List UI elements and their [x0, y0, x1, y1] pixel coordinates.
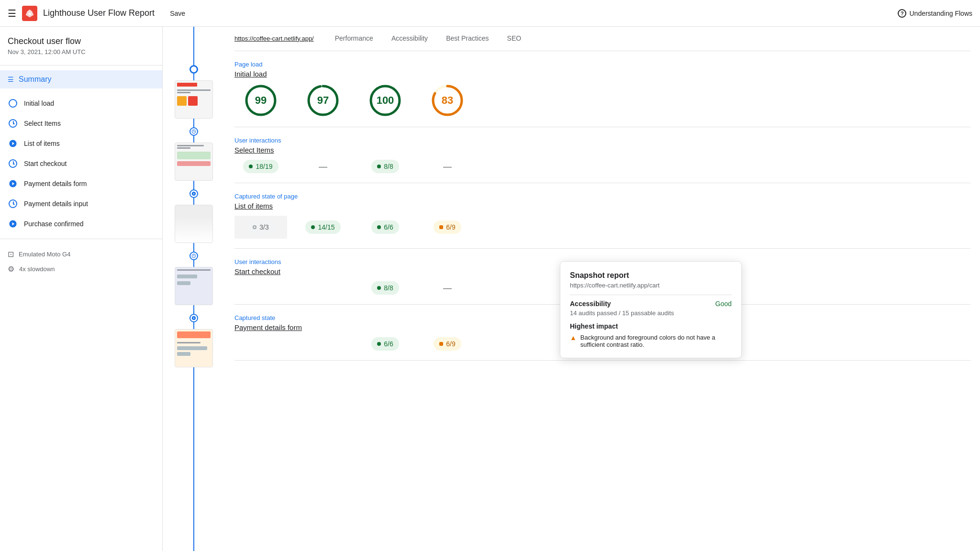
clock-icon: [8, 198, 18, 209]
badge-8-8: 8/8: [371, 160, 399, 173]
menu-icon[interactable]: ☰: [8, 8, 16, 19]
tooltip-impact-title: Highest impact: [570, 322, 732, 330]
badge-6-9: 6/9: [434, 220, 461, 234]
score-row-3: 3/3 14/15 6/6: [234, 216, 970, 239]
tooltip-popup: Snapshot report https://coffee-cart.netl…: [560, 261, 742, 358]
timeline-dot-snap-5: [189, 314, 198, 322]
help-button[interactable]: ? Understanding Flows: [898, 9, 972, 18]
nav-label: Payment details input: [24, 200, 88, 208]
section-name-label[interactable]: Initial load: [234, 70, 970, 78]
badge-6-6-b: 6/6: [371, 337, 399, 351]
nav-label: Payment details form: [24, 180, 87, 187]
badge-value: 14/15: [318, 223, 334, 231]
device-item: ⊡ Emulated Moto G4: [8, 247, 155, 262]
sidebar-item-start-checkout[interactable]: Start checkout: [0, 154, 162, 174]
thumbnail-1[interactable]: [175, 80, 213, 119]
sidebar-header: Checkout user flow Nov 3, 2021, 12:00 AM…: [0, 27, 162, 60]
tab-accessibility[interactable]: Accessibility: [390, 27, 430, 51]
flow-date: Nov 3, 2021, 12:00 AM UTC: [8, 48, 155, 55]
score-col-2: —: [297, 162, 349, 172]
sidebar-item-purchase-confirmed[interactable]: Purchase confirmed: [0, 214, 162, 234]
score-best-practices: 100: [359, 84, 412, 117]
device-label: Emulated Moto G4: [19, 251, 70, 258]
section-name-label[interactable]: List of items: [234, 202, 970, 210]
tooltip-divider: [570, 295, 732, 295]
badge-value: 8/8: [384, 163, 393, 170]
thumbnail-2[interactable]: [175, 143, 213, 181]
slowdown-icon: ⚙: [8, 264, 14, 274]
badge-value: 6/6: [384, 340, 393, 348]
app-title: Lighthouse User Flow Report: [43, 8, 155, 18]
score-col-4: —: [421, 283, 474, 293]
badge-value: 18/19: [256, 163, 272, 170]
thumbnail-3[interactable]: [175, 205, 213, 243]
badge-value: 3/3: [259, 223, 268, 231]
tooltip-section1-desc: 14 audits passed / 15 passable audits: [570, 309, 732, 317]
section-name-label[interactable]: Select Items: [234, 146, 970, 154]
tab-bar: https://coffee-cart.netlify.app/ Perform…: [234, 27, 970, 51]
sidebar-item-select-items[interactable]: Select Items: [0, 113, 162, 133]
timeline-dot-clock-4: [189, 252, 198, 260]
badge-6-9-b: 6/9: [434, 337, 461, 351]
score-row-1: 99 97: [234, 84, 970, 117]
main-content: https://coffee-cart.netlify.app/ Perform…: [163, 27, 980, 551]
content-area: https://coffee-cart.netlify.app/ Perform…: [225, 27, 980, 551]
tab-performance[interactable]: Performance: [333, 27, 375, 51]
summary-label: Summary: [19, 75, 51, 84]
slowdown-item: ⚙ 4x slowdown: [8, 262, 155, 276]
dot-green: [377, 165, 381, 168]
score-col-1: 18/19: [234, 160, 287, 173]
tab-best-practices[interactable]: Best Practices: [444, 27, 490, 51]
section-captured-state-1: Captured state of page List of items 3/3…: [234, 183, 970, 249]
help-icon: ?: [898, 9, 906, 18]
section-user-interactions-1: User interactions Select Items 18/19 —: [234, 127, 970, 183]
nav-label: Select Items: [24, 120, 61, 127]
tab-seo[interactable]: SEO: [505, 27, 523, 51]
badge-value: 8/8: [384, 284, 393, 292]
accessibility-status: Good: [715, 300, 732, 308]
score-value: 100: [377, 94, 394, 107]
sidebar-footer: ⊡ Emulated Moto G4 ⚙ 4x slowdown: [0, 239, 162, 276]
nav-label: List of items: [24, 140, 60, 147]
sidebar-item-initial-load[interactable]: Initial load: [0, 93, 162, 113]
score-col-4: 6/9: [421, 220, 474, 234]
score-row-2: 18/19 — 8/8 —: [234, 160, 970, 173]
device-icon: ⊡: [8, 250, 14, 259]
dash-3: —: [443, 283, 452, 293]
save-button[interactable]: Save: [170, 10, 185, 17]
tooltip-impact-item: ▲ Background and foreground colors do no…: [570, 334, 732, 348]
score-col-3: 6/6: [359, 220, 412, 234]
score-value: 83: [442, 94, 453, 107]
dot-orange-square: [439, 342, 443, 346]
svg-point-0: [29, 12, 31, 15]
circle-97: 97: [306, 84, 340, 117]
flow-title: Checkout user flow: [8, 36, 155, 46]
dot-orange-square: [439, 225, 443, 229]
badge-value: 6/9: [446, 223, 455, 231]
url-tab[interactable]: https://coffee-cart.netlify.app/: [234, 27, 319, 51]
section-type-label: Captured state of page: [234, 193, 970, 200]
tooltip-section1-title: Accessibility Good: [570, 300, 732, 308]
score-accessibility: 97: [297, 84, 349, 117]
help-label: Understanding Flows: [909, 10, 972, 17]
score-col-3: 8/8: [359, 160, 412, 173]
sidebar-item-list-of-items[interactable]: List of items: [0, 133, 162, 154]
snapshot-icon: [8, 219, 18, 229]
sidebar-item-payment-form[interactable]: Payment details form: [0, 174, 162, 194]
dot-empty: [253, 225, 256, 229]
thumbnail-5[interactable]: [175, 329, 213, 367]
snapshot-icon: [8, 138, 18, 149]
timeline-dot-clock-2: [189, 127, 198, 136]
snapshot-icon: [8, 178, 18, 189]
summary-nav-item[interactable]: ☰ Summary: [0, 70, 162, 88]
score-col-2: 14/15: [297, 220, 349, 234]
clock-icon: [8, 118, 18, 129]
tooltip-title: Snapshot report: [570, 271, 732, 280]
dot-green: [377, 286, 381, 290]
list-icon: ☰: [8, 76, 14, 83]
dash-1: —: [319, 162, 327, 172]
sidebar-nav: Initial load Select Items List of items: [0, 88, 162, 239]
sidebar-item-payment-input[interactable]: Payment details input: [0, 194, 162, 214]
impact-text: Background and foreground colors do not …: [580, 334, 732, 348]
thumbnail-4[interactable]: [175, 267, 213, 305]
